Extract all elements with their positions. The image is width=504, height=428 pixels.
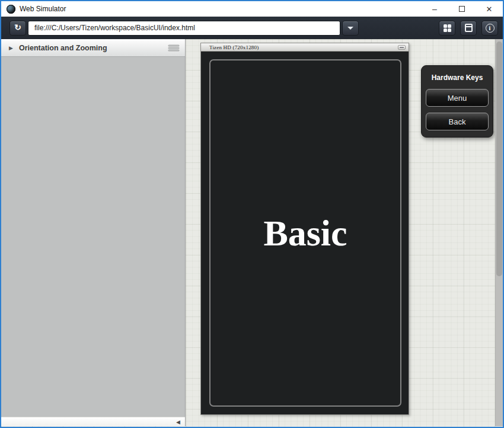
- hardware-keys-title: Hardware Keys: [432, 74, 483, 82]
- horizontal-scrollbar[interactable]: ◀: [1, 417, 185, 426]
- url-dropdown-button[interactable]: [342, 21, 359, 36]
- chevron-down-icon: [347, 27, 353, 30]
- vertical-scrollbar-thumb[interactable]: [496, 41, 502, 276]
- maximize-icon: [459, 6, 465, 12]
- device-view-button[interactable]: [460, 21, 477, 36]
- device-icon: [465, 24, 473, 32]
- panel-menu-icon[interactable]: [168, 45, 179, 51]
- web-simulator-window: Web Simulator – ✕ ↻ i ▶ Orientation: [0, 0, 504, 428]
- refresh-button[interactable]: ↻: [9, 21, 26, 36]
- panel-body: [1, 57, 185, 417]
- maximize-button[interactable]: [457, 5, 467, 13]
- vertical-scrollbar[interactable]: [495, 39, 503, 426]
- url-input[interactable]: [28, 21, 340, 36]
- back-key-button[interactable]: Back: [426, 113, 489, 130]
- panels-icon: [444, 24, 451, 32]
- device-screen[interactable]: Basic: [209, 59, 401, 407]
- close-button[interactable]: ✕: [484, 5, 494, 13]
- app-icon: [7, 5, 15, 14]
- device-frame: Tizen HD (720x1280) Basic: [200, 43, 409, 415]
- device-body: Basic: [201, 52, 409, 414]
- device-title: Tizen HD (720x1280): [209, 44, 259, 50]
- collapse-caret-icon: ▶: [9, 45, 13, 51]
- panel-section-orientation-zooming[interactable]: ▶ Orientation and Zooming: [1, 39, 185, 57]
- hardware-keys-panel: Hardware Keys Menu Back: [421, 65, 493, 138]
- menu-key-button[interactable]: Menu: [426, 89, 489, 107]
- window-title: Web Simulator: [20, 5, 66, 13]
- info-icon: i: [486, 24, 495, 33]
- workspace-canvas: ▶ Orientation and Zooming ◀ Tizen HD (72…: [1, 39, 503, 427]
- panel-section-title: Orientation and Zooming: [19, 44, 107, 52]
- info-button[interactable]: i: [481, 21, 498, 36]
- app-screen-text: Basic: [263, 212, 347, 254]
- panels-toggle-button[interactable]: [439, 21, 455, 36]
- window-controls: – ✕: [430, 5, 494, 13]
- device-minimize-icon: [400, 47, 404, 48]
- side-panel: ▶ Orientation and Zooming ◀: [1, 39, 186, 426]
- toolbar: ↻ i: [1, 17, 503, 39]
- refresh-icon: ↻: [14, 23, 21, 31]
- device-titlebar[interactable]: Tizen HD (720x1280): [201, 43, 409, 52]
- titlebar: Web Simulator – ✕: [1, 1, 503, 17]
- device-minimize-button[interactable]: [398, 45, 406, 50]
- scroll-left-arrow-icon[interactable]: ◀: [176, 419, 180, 425]
- minimize-button[interactable]: –: [430, 5, 439, 13]
